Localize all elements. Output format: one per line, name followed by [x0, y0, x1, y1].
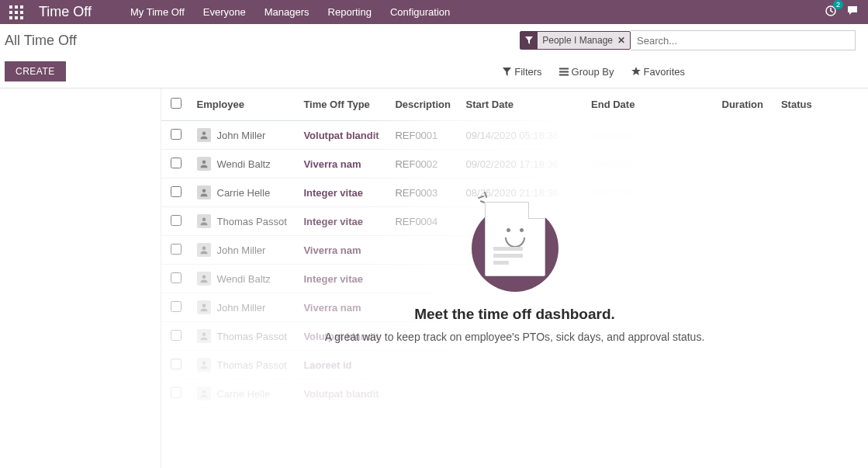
end-date-cell: 09/03/2020 02:18:36	[585, 121, 711, 150]
svg-point-18	[202, 276, 206, 279]
type-link[interactable]: Volutpat blandit	[303, 388, 379, 400]
facet-remove-icon[interactable]: ✕	[617, 35, 625, 46]
employee-name: Thomas Passot	[217, 359, 287, 371]
row-checkbox[interactable]	[171, 359, 182, 369]
svg-rect-11	[559, 71, 569, 72]
type-link[interactable]: Viverra nam	[303, 244, 361, 256]
col-employee[interactable]: Employee	[191, 88, 298, 121]
left-pane	[0, 88, 161, 468]
avatar-icon	[197, 243, 211, 257]
start-date-cell	[460, 265, 586, 293]
description-cell	[389, 236, 459, 265]
row-checkbox[interactable]	[171, 129, 182, 140]
create-button[interactable]: CREATE	[5, 61, 66, 81]
row-checkbox[interactable]	[171, 215, 182, 226]
groupby-button[interactable]: Group By	[559, 66, 614, 78]
avatar-icon	[197, 128, 211, 142]
employee-name: Carrie Helle	[217, 388, 271, 400]
select-all-checkbox[interactable]	[171, 98, 182, 109]
row-checkbox[interactable]	[171, 158, 182, 168]
status-cell	[775, 236, 868, 265]
main-view: Employee Time Off Type Description Start…	[0, 88, 868, 468]
end-date-cell	[585, 351, 711, 380]
nav-item-managers[interactable]: Managers	[265, 6, 310, 18]
svg-point-22	[202, 390, 206, 394]
row-checkbox[interactable]	[171, 186, 182, 197]
end-date-cell: 08/22/2020 11:18:36	[585, 179, 711, 207]
col-duration[interactable]: Duration	[711, 88, 775, 121]
status-badge: To Submit	[781, 214, 832, 228]
filter-icon	[520, 32, 538, 49]
table-row[interactable]: Wendi BaltzInteger vitae	[161, 265, 868, 293]
table-row[interactable]: John MillerViverra nam	[161, 236, 868, 265]
type-link[interactable]: Volutpat blandit	[303, 331, 379, 342]
filters-button[interactable]: Filters	[503, 66, 541, 78]
type-link[interactable]: Laoreet id	[303, 359, 351, 371]
svg-rect-10	[559, 68, 569, 69]
table-row[interactable]: Thomas PassotVolutpat blandit	[161, 322, 868, 351]
row-checkbox[interactable]	[171, 387, 182, 398]
svg-rect-7	[15, 16, 18, 19]
avatar-icon	[197, 214, 211, 228]
svg-rect-12	[559, 74, 569, 75]
status-cell	[775, 265, 868, 293]
favorites-button[interactable]: Favorites	[631, 66, 685, 78]
svg-rect-1	[15, 5, 18, 9]
svg-rect-3	[9, 11, 12, 14]
start-date-cell	[460, 293, 586, 322]
col-description[interactable]: Description	[389, 88, 459, 121]
employee-name: Wendi Baltz	[217, 158, 271, 170]
table-row[interactable]: Carrie HelleVolutpat blandit	[161, 380, 868, 408]
type-link[interactable]: Integer vitae	[303, 187, 363, 199]
avatar-icon	[197, 358, 211, 372]
svg-rect-6	[9, 16, 12, 19]
table-row[interactable]: Thomas PassotInteger vitaeREF0004To Subm…	[161, 207, 868, 236]
col-enddate[interactable]: End Date	[585, 88, 711, 121]
row-checkbox[interactable]	[171, 272, 182, 283]
col-status[interactable]: Status	[775, 88, 868, 121]
svg-point-19	[202, 304, 206, 308]
nav-item-reporting[interactable]: Reporting	[328, 6, 372, 18]
col-type[interactable]: Time Off Type	[297, 88, 389, 121]
search-input[interactable]	[631, 30, 856, 50]
chat-icon[interactable]	[846, 5, 859, 19]
nav-item-configuration[interactable]: Configuration	[390, 6, 450, 18]
status-cell: Second Approval	[775, 121, 868, 150]
svg-rect-5	[20, 11, 23, 14]
avatar-icon	[197, 185, 211, 199]
type-link[interactable]: Integer vitae	[303, 216, 363, 227]
status-badge: Second Approval	[781, 128, 858, 142]
table-row[interactable]: Carrie HelleInteger vitaeREF000308/26/20…	[161, 179, 868, 207]
table-row[interactable]: Thomas PassotLaoreet id	[161, 351, 868, 380]
row-checkbox[interactable]	[171, 330, 182, 341]
end-date-cell	[585, 322, 711, 351]
avatar-icon	[197, 387, 211, 400]
breadcrumb: All Time Off	[3, 33, 77, 49]
start-date-cell: 08/26/2020 21:18:36	[460, 179, 586, 207]
svg-point-13	[202, 132, 206, 136]
type-link[interactable]: Volutpat blandit	[303, 130, 379, 141]
type-link[interactable]: Integer vitae	[303, 273, 363, 285]
nav-item-mytimeoff[interactable]: My Time Off	[130, 6, 185, 18]
funnel-icon	[503, 68, 511, 76]
row-checkbox[interactable]	[171, 244, 182, 255]
status-cell	[775, 322, 868, 351]
duration-cell	[711, 207, 775, 236]
table-row[interactable]: John MillerViverra nam	[161, 293, 868, 322]
duration-cell	[711, 351, 775, 380]
start-date-cell	[460, 207, 586, 236]
apps-icon[interactable]	[9, 5, 23, 19]
type-link[interactable]: Viverra nam	[303, 158, 361, 170]
type-link[interactable]: Viverra nam	[303, 302, 361, 314]
status-cell	[775, 293, 868, 322]
svg-point-14	[202, 161, 206, 165]
nav-item-everyone[interactable]: Everyone	[203, 6, 246, 18]
activity-icon[interactable]: 2	[825, 5, 837, 19]
table-row[interactable]: John MillerVolutpat blanditREF000109/14/…	[161, 121, 868, 150]
app-brand[interactable]: Time Off	[39, 4, 92, 20]
col-startdate[interactable]: Start Date	[460, 88, 586, 121]
table-row[interactable]: Wendi BaltzViverra namREF000209/02/2020 …	[161, 150, 868, 179]
row-checkbox[interactable]	[171, 301, 182, 312]
description-cell: REF0002	[389, 150, 459, 179]
status-cell: To Submit	[775, 207, 868, 236]
